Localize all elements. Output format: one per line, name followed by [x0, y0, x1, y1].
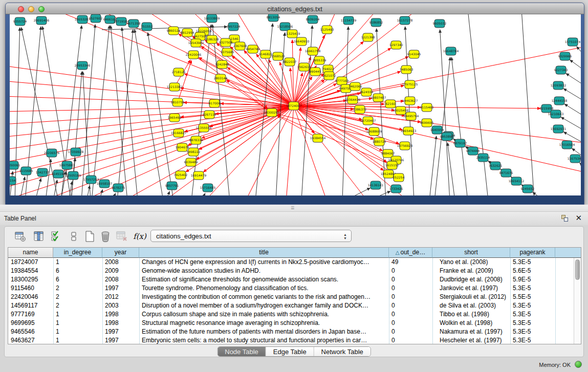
table-cell[interactable]: 18300295	[8, 275, 53, 284]
table-selector-dropdown[interactable]: citations_edges.txt ▲▼	[150, 230, 352, 242]
table-cell[interactable]: 1	[53, 327, 102, 336]
table-cell[interactable]: 2	[53, 293, 102, 301]
table-cell[interactable]: 0	[389, 327, 432, 336]
table-cell[interactable]: 18724007	[8, 258, 53, 267]
table-cell[interactable]: 0	[389, 284, 432, 293]
column-header-short[interactable]: short	[432, 248, 510, 258]
row-selection-button[interactable]	[67, 230, 80, 243]
table-cell[interactable]: 5.3E-5	[510, 327, 555, 336]
column-header-name[interactable]: name	[8, 248, 53, 258]
table-scrollbar[interactable]	[574, 258, 581, 344]
table-cell[interactable]: 9463627	[8, 336, 53, 344]
table-cell[interactable]: Estimation of significance thresholds fo…	[139, 275, 389, 284]
column-header-out_de[interactable]: △out_de…	[389, 248, 432, 258]
table-cell[interactable]: Yano et al. (2008)	[432, 258, 510, 267]
float-window-icon[interactable]	[561, 215, 569, 222]
table-cell[interactable]: 6	[53, 267, 102, 275]
close-panel-icon[interactable]: ✕	[575, 213, 582, 223]
table-cell[interactable]: 2008	[102, 258, 139, 267]
delete-table-button[interactable]	[115, 230, 128, 243]
table-cell[interactable]: 1998	[102, 319, 139, 327]
table-cell[interactable]: 1997	[102, 327, 139, 336]
table-cell[interactable]: 2	[53, 301, 102, 310]
table-cell[interactable]: 0	[389, 310, 432, 319]
table-cell[interactable]: 5.3E-5	[510, 310, 555, 319]
network-canvas[interactable]: 9355724206914061065328715276026466160107…	[10, 14, 581, 195]
table-cell[interactable]: 5.9E-5	[510, 275, 555, 284]
table-cell[interactable]: 1997	[102, 284, 139, 293]
table-cell[interactable]: 5.6E-5	[510, 267, 555, 275]
table-cell[interactable]: Changes of HCN gene expression and I(f) …	[139, 258, 389, 267]
table-cell[interactable]: 0	[389, 336, 432, 344]
table-cell[interactable]: Genome-wide association studies in ADHD.	[139, 267, 389, 275]
table-cell[interactable]: 14569117	[8, 301, 53, 310]
divider-grip-icon[interactable]: ☰	[291, 206, 296, 210]
table-cell[interactable]: 49	[389, 258, 432, 267]
table-cell[interactable]: Corpus callosum shape and size in male p…	[139, 310, 389, 319]
table-cell[interactable]: 2	[53, 284, 102, 293]
table-cell[interactable]: Disruption of a novel member of a sodium…	[139, 301, 389, 310]
column-header-year[interactable]: year	[102, 248, 139, 258]
table-cell[interactable]: Dudbridge et al. (2008)	[432, 275, 510, 284]
table-cell[interactable]: 5.5E-5	[510, 293, 555, 301]
tab-edge-table[interactable]: Edge Table	[266, 347, 314, 356]
table-cell[interactable]: Embryonic stem cells: a model to study s…	[139, 336, 389, 344]
scrollbar-thumb[interactable]	[575, 259, 580, 280]
table-cell[interactable]: Franke et al. (2009)	[432, 267, 510, 275]
table-cell[interactable]: 1	[53, 310, 102, 319]
table-cell[interactable]: 1	[53, 319, 102, 327]
table-cell[interactable]: 5.3E-5	[510, 301, 555, 310]
tab-node-table[interactable]: Node Table	[217, 347, 266, 356]
table-cell[interactable]: Tibbo et al. (1998)	[432, 310, 510, 319]
table-cell[interactable]: 9465546	[8, 327, 53, 336]
table-cell[interactable]: 2008	[102, 275, 139, 284]
panel-divider[interactable]: ☰	[0, 205, 588, 212]
table-cell[interactable]: 2012	[102, 293, 139, 301]
table-cell[interactable]: Hescheler et al. (1997)	[432, 336, 510, 344]
table-cell[interactable]: 0	[389, 267, 432, 275]
table-cell[interactable]: de Silva et al. (2003)	[432, 301, 510, 310]
table-cell[interactable]: 6	[53, 275, 102, 284]
tab-network-table[interactable]: Network Table	[314, 347, 371, 356]
delete-column-button[interactable]	[99, 230, 112, 243]
table-cell[interactable]: 1998	[102, 310, 139, 319]
dropdown-stepper-icon: ▲▼	[343, 232, 347, 241]
table-cell[interactable]: Estimation of the future numbers of pati…	[139, 327, 389, 336]
function-builder-button[interactable]: f(x)	[133, 230, 146, 243]
table-cell[interactable]: 9777169	[8, 310, 53, 319]
table-cell[interactable]: 1	[53, 258, 102, 267]
table-cell[interactable]: Jankovic et al. (1997)	[432, 284, 510, 293]
column-header-in_degree[interactable]: in_degree	[53, 248, 102, 258]
table-cell[interactable]: 0	[389, 301, 432, 310]
window-titlebar[interactable]: citations_edges.txt	[6, 3, 584, 14]
table-cell[interactable]: 0	[389, 275, 432, 284]
table-cell[interactable]: Nakamura et al. (1997)	[432, 327, 510, 336]
table-cell[interactable]: 5.3E-5	[510, 284, 555, 293]
table-cell[interactable]: 9115460	[8, 284, 53, 293]
table-cell[interactable]: Structural magnetic resonance image aver…	[139, 319, 389, 327]
column-header-pagerank[interactable]: pagerank	[510, 248, 555, 258]
table-cell[interactable]: 5.3E-5	[510, 336, 555, 344]
column-header-title[interactable]: title	[139, 248, 389, 258]
table-cell[interactable]: Wolkin et al. (1998)	[432, 319, 510, 327]
attribute-table[interactable]: namein_degreeyeartitle△out_de…shortpager…	[8, 247, 581, 344]
table-cell[interactable]: 0	[389, 293, 432, 301]
table-cell[interactable]: 5.3E-5	[510, 319, 555, 327]
table-cell[interactable]: 0	[389, 319, 432, 327]
new-column-button[interactable]	[83, 230, 96, 243]
table-cell[interactable]: 1	[53, 336, 102, 344]
table-cell[interactable]: Tourette syndrome. Phenomenology and cla…	[139, 284, 389, 293]
table-cell[interactable]: 9699695	[8, 319, 53, 327]
table-cell[interactable]: 22420046	[8, 293, 53, 301]
svg-text:1125493: 1125493	[320, 28, 334, 31]
column-select-button[interactable]	[50, 230, 63, 243]
table-cell[interactable]: 2009	[102, 267, 139, 275]
column-visibility-button[interactable]	[32, 230, 46, 243]
table-cell[interactable]: 5.3E-5	[510, 258, 555, 267]
table-settings-button[interactable]	[14, 230, 27, 243]
table-cell[interactable]: 1997	[102, 336, 139, 344]
table-cell[interactable]: 19384554	[8, 267, 53, 275]
table-cell[interactable]: 2003	[102, 301, 139, 310]
table-cell[interactable]: Investigating the contribution of common…	[139, 293, 389, 301]
table-cell[interactable]: Stergiakouli et al. (2012)	[432, 293, 510, 301]
